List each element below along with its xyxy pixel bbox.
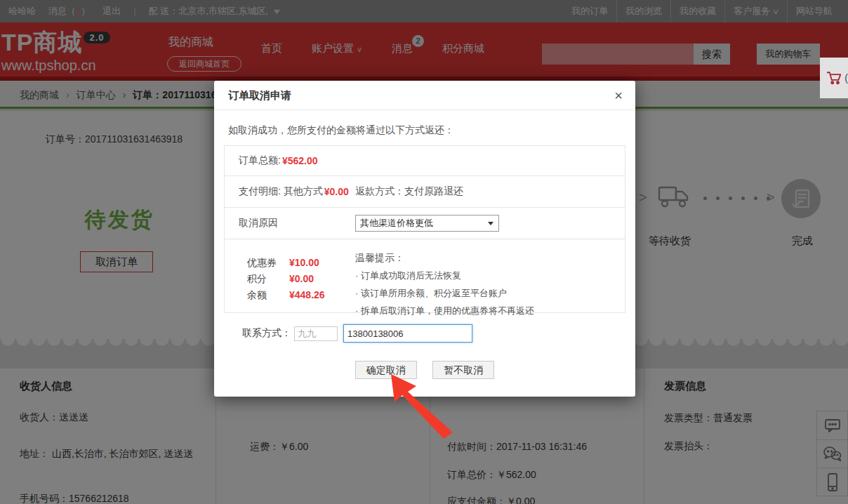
pay-detail-row: 支付明细: 其他方式¥0.00 返款方式：支付原路退还 bbox=[225, 175, 625, 207]
confirm-cancel-button[interactable]: 确定取消 bbox=[355, 361, 417, 379]
contact-phone-input[interactable] bbox=[343, 324, 472, 343]
order-total-row: 订单总额:¥562.00 bbox=[225, 146, 625, 175]
points-value: ¥0.00 bbox=[289, 271, 314, 287]
tip-line: · 订单成功取消后无法恢复 bbox=[355, 267, 534, 284]
contact-row: 联系方式： bbox=[242, 324, 635, 343]
funds-list: 优惠券¥10.00 积分¥0.00 余额¥448.26 bbox=[247, 255, 325, 303]
cart-count-paren: ( bbox=[844, 72, 848, 84]
modal-title: 订单取消申请 bbox=[228, 89, 291, 101]
warm-tips: 温馨提示： · 订单成功取消后无法恢复 · 该订单所用余额、积分返至平台账户 ·… bbox=[355, 249, 534, 319]
close-icon[interactable]: × bbox=[614, 81, 623, 110]
tip-line: · 该订单所用余额、积分返至平台账户 bbox=[355, 284, 534, 302]
pay-detail-value: ¥0.00 bbox=[324, 186, 349, 197]
order-total-value: ¥562.00 bbox=[282, 155, 318, 166]
refund-table: 订单总额:¥562.00 支付明细: 其他方式¥0.00 返款方式：支付原路退还… bbox=[224, 145, 625, 313]
order-cancel-modal: 订单取消申请 × 如取消成功，您所支付的金额将通过以下方式返还： 订单总额:¥5… bbox=[214, 81, 635, 397]
select-arrow-icon bbox=[488, 222, 493, 225]
cart-icon bbox=[826, 71, 841, 85]
not-cancel-button[interactable]: 暂不取消 bbox=[432, 361, 494, 379]
modal-header: 订单取消申请 × bbox=[214, 81, 635, 110]
balance-value: ¥448.26 bbox=[289, 287, 325, 303]
cancel-reason-select[interactable]: 其他渠道价格更低 bbox=[355, 215, 499, 232]
page: 哈哈哈 消息（2） 退出 | 配 送：北京市,市辖区,东城区, ▼ 我的订单 我… bbox=[0, 0, 848, 504]
tip-line: · 拆单后取消订单，使用的优惠券将不再返还 bbox=[355, 302, 534, 319]
funds-tips-row: 优惠券¥10.00 积分¥0.00 余额¥448.26 温馨提示： · 订单成功… bbox=[225, 239, 625, 312]
cancel-reason-row: 取消原因 其他渠道价格更低 bbox=[225, 207, 625, 239]
mini-cart-panel[interactable]: ( bbox=[820, 58, 848, 98]
refund-way: 返款方式：支付原路退还 bbox=[355, 185, 463, 198]
modal-buttons: 确定取消 暂不取消 bbox=[214, 361, 635, 379]
contact-name-input[interactable] bbox=[294, 326, 338, 341]
coupon-value: ¥10.00 bbox=[289, 255, 319, 271]
modal-intro: 如取消成功，您所支付的金额将通过以下方式返还： bbox=[228, 124, 621, 137]
